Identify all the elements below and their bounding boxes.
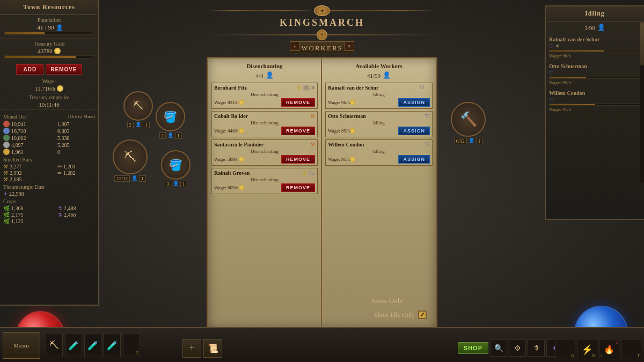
assigned-worker-4: Rainalt Groven ♛ 7h Disenchanting Wage: … — [211, 168, 318, 194]
hotkey-w-slot[interactable]: ⚡ W — [577, 339, 597, 359]
treasury-empty-value: 10:11:46 — [4, 101, 94, 108]
building-slot-3[interactable]: ⛏ 12/12 👤 1 — [113, 139, 148, 182]
treasury-bar — [5, 56, 76, 58]
treasury-empty-label: Treasury empty in: — [4, 94, 94, 100]
add-button[interactable]: ADD — [16, 64, 43, 75]
remove-worker-3-button[interactable]: REMOVE — [281, 155, 315, 164]
workers-left-btn[interactable]: ‹ — [290, 41, 299, 51]
shop-button[interactable]: SHOP — [458, 342, 488, 354]
hammer-icon-w2: ⚒ — [310, 113, 315, 119]
available-worker-1: Rainalt van der Schur 🛡 ✕ Idling Wage: 9… — [325, 83, 433, 109]
hotkey-q-slot[interactable]: Q — [555, 339, 575, 359]
disenchanting-page: Disenchanting 4/4 👤 Bernhard Fitz ♛ 7h ✕… — [208, 58, 322, 329]
building-icon-1: ⛏ — [133, 100, 144, 112]
assign-worker-2-button[interactable]: ASSIGN — [398, 127, 430, 135]
show-idle-checkbox[interactable]: ✓ — [418, 311, 427, 319]
idling-worker-1-bar — [549, 50, 641, 52]
shop-icon-2[interactable]: ⚙ — [509, 339, 526, 357]
menu-button[interactable]: Menu — [3, 332, 40, 359]
close-workers-button[interactable]: × — [345, 41, 354, 51]
item-slot-1[interactable]: ⛏ — [46, 333, 63, 357]
treasury-section: Treasury Gold 43780 — [0, 39, 98, 62]
workers-book: Disenchanting 4/4 👤 Bernhard Fitz ♛ 7h ✕… — [207, 57, 437, 330]
ore-row-4: 4,897 5,285 — [3, 142, 95, 148]
bar-row-3: ⚒ 2,685 — [3, 176, 95, 182]
wage-gold-icon — [57, 85, 63, 92]
remove-worker-1-button[interactable]: REMOVE — [281, 98, 315, 107]
item-slot-4[interactable]: 🧪 — [104, 333, 121, 357]
divider — [4, 93, 94, 93]
building-badge-workers-4: 1 — [180, 181, 187, 187]
gold-icon — [54, 48, 61, 54]
idling-worker-1-wage: Wage: 96/h — [549, 53, 641, 58]
item-slot-3[interactable]: 🧪 — [84, 333, 101, 357]
right-panel-scrollbar[interactable] — [640, 23, 644, 183]
hammer-building[interactable]: 🔨 6/12 👤 1 — [451, 102, 486, 144]
disenchanting-count: 4/4 👤 — [211, 71, 318, 79]
treasury-value: 43780 — [4, 48, 94, 54]
plus-button[interactable]: + — [182, 339, 201, 358]
assigned-worker-3: Santasura le Pauinier ⚒ Disenchanting Wa… — [211, 139, 318, 166]
scrollbar-thumb[interactable] — [640, 23, 644, 65]
assigned-worker-2: Cobalt Bo'lder ⚒ Disenchanting Wage: 446… — [211, 111, 318, 137]
hotkey-t-slot[interactable]: T — [621, 339, 641, 359]
treasury-bar-container — [4, 55, 94, 58]
bar-row-1: ⚒ 3,277 ✏1,201 — [3, 164, 95, 169]
idling-worker-3-bar — [549, 104, 641, 106]
crop-row-1: 🌿 1,368 ⚗2,488 — [3, 205, 95, 211]
building-badge-workers-1: 1 — [143, 122, 150, 128]
shield-icon-avw2: 🛡 — [425, 113, 430, 119]
shield-icon-rp2: 🛡 — [549, 70, 554, 76]
idling-worker-2-wage: Wage: 85/h — [549, 80, 641, 85]
thaumaturgic-label: Thaumaturgic Dust — [3, 184, 95, 190]
assign-worker-3-button[interactable]: ASSIGN — [398, 155, 430, 164]
bottom-item-icons: ⛏ 🧪 🧪 🧪 5 — [46, 333, 140, 357]
x-icon-w1: ✕ — [311, 85, 315, 91]
population-section: Population 41/90 👤 — [0, 15, 98, 39]
building-slot-2[interactable]: 🪣 2 👤 1 — [156, 102, 185, 139]
disenchanting-title: Disenchanting — [211, 63, 318, 69]
scroll-button[interactable]: 📜 — [203, 339, 222, 358]
idling-worker-2-name: Otto Schuerman — [549, 63, 641, 69]
remove-worker-2-button[interactable]: REMOVE — [281, 127, 315, 135]
building-icon-2: 🪣 — [164, 110, 177, 123]
ore-icon-5 — [3, 149, 10, 155]
available-worker-2: Otto Schuerman 🛡 Idling Wage: 85/h ASSIG… — [325, 111, 433, 137]
shop-icon-1[interactable]: 🔍 — [490, 339, 507, 357]
building-icon-4: 🪣 — [169, 159, 182, 172]
available-workers-title: Available Workers — [325, 63, 433, 69]
x-icon-rp1: ✕ — [555, 43, 560, 49]
shield-icon-rp1: 🛡 — [549, 43, 554, 49]
population-value: 41/90 👤 — [4, 24, 94, 31]
idling-panel-title: Idling — [546, 6, 644, 21]
building-badge-workers-3: 1 — [139, 175, 146, 182]
hotkey-r-slot[interactable]: 🔥 1 2 — [599, 339, 619, 359]
ore-row-2: 16,710 6,803 — [3, 128, 95, 134]
workers-subtitle: Workers — [301, 44, 343, 53]
idling-worker-3-wage: Wage: 91/h — [549, 107, 641, 112]
shop-area: SHOP 🔍 ⚙ 🗡 ✦ — [458, 339, 564, 357]
idling-worker-3-name: Willem Condon — [549, 90, 641, 96]
show-idle-row: Show Idle Only ✓ — [207, 311, 437, 319]
building-badge-workers-2: 1 — [175, 132, 182, 139]
item-slot-2[interactable]: 🧪 — [65, 333, 82, 357]
add-remove-buttons: ADD REMOVE — [0, 62, 98, 77]
building-slot-1[interactable]: ⛏ 2 👤 1 — [123, 91, 153, 128]
wage-value: 11,716/h — [4, 85, 94, 92]
ore-icon-4 — [3, 142, 10, 148]
ore-icon-2 — [3, 128, 10, 134]
bottom-bar: Menu ⛏ 🧪 🧪 🧪 5 + 📜 SHOP 🔍 — [0, 327, 644, 362]
shop-icon-3[interactable]: 🗡 — [528, 339, 545, 357]
bar-row-2: ⚒ 2,992 ✏1,282 — [3, 170, 95, 176]
assign-worker-1-button[interactable]: ASSIGN — [398, 98, 430, 107]
item-slot-5[interactable]: 5 — [123, 333, 140, 357]
remove-button[interactable]: REMOVE — [46, 64, 82, 75]
mined-ore-label: Mined Ore (Ore to Mine) — [3, 114, 95, 120]
building-slot-4[interactable]: 🪣 3 👤 1 — [161, 150, 191, 187]
available-worker-3: Willem Condon 🛡 Idling Wage: 91/h ASSIGN — [325, 139, 433, 166]
remove-worker-4-button[interactable]: REMOVE — [281, 183, 315, 192]
building-badge-count-1: 2 — [127, 122, 134, 128]
workers-panel: ⚜ Kingsmarch ⚜ × Workers ‹ Disenchanting… — [207, 5, 437, 311]
idling-worker-2-bar — [549, 77, 641, 79]
treasury-label: Treasury Gold — [4, 41, 94, 47]
